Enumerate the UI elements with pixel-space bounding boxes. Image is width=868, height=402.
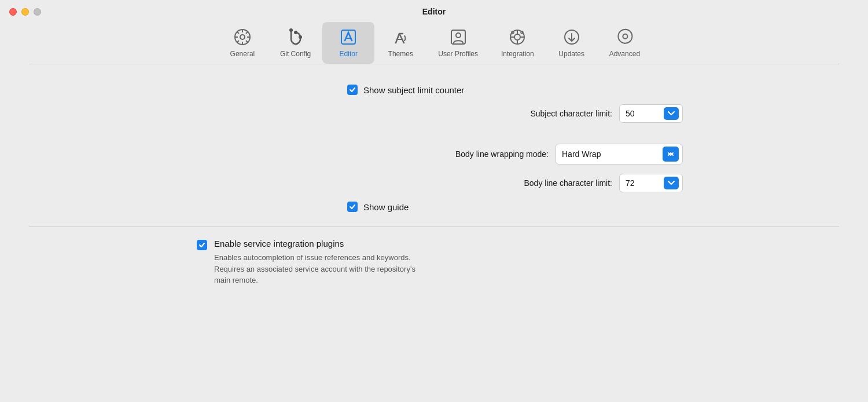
svg-point-27 [618,28,634,44]
editor-settings: Show subject limit counter Subject chara… [185,82,683,215]
show-guide-row: Show guide [185,199,683,215]
general-icon [232,27,253,47]
body-char-limit-select[interactable]: 72 [619,174,683,192]
svg-point-11 [294,31,297,34]
tab-editor-label: Editor [340,50,358,58]
tab-editor[interactable]: Editor [322,22,374,64]
svg-point-12 [299,35,302,39]
tab-updates-label: Updates [558,50,584,58]
tab-advanced[interactable]: Advanced [598,22,652,64]
svg-point-19 [514,34,520,40]
window-title: Editor [422,7,446,16]
svg-point-17 [456,33,461,38]
toolbar: General Git Config Editor [0,16,868,64]
body-char-limit-row: Body line character limit: 72 [185,171,683,195]
tab-git-config-label: Git Config [280,50,311,58]
tab-user-profiles[interactable]: User Profiles [426,22,490,64]
enable-plugins-row: Enable service integration plugins Enabl… [185,239,683,286]
subject-char-limit-value: 50 [626,109,659,118]
show-guide-label: Show guide [363,202,409,212]
svg-point-28 [623,34,628,39]
enable-plugins-label: Enable service integration plugins [214,239,415,248]
body-wrap-mode-row: Body line wrapping mode: Hard Wrap [185,141,683,167]
integration-description: Enables autocompletion of issue referenc… [214,252,415,286]
subject-char-limit-row: Subject character limit: 50 [185,101,683,126]
show-subject-limit-label: Show subject limit counter [363,85,464,95]
svg-point-10 [289,28,293,32]
tab-advanced-label: Advanced [609,50,640,58]
show-subject-limit-checkbox[interactable] [347,85,358,95]
tab-updates[interactable]: Updates [546,22,598,64]
minimize-button[interactable] [21,8,29,16]
body-wrap-mode-stepper-btn[interactable] [663,147,679,162]
enable-plugins-checkbox[interactable] [197,240,207,250]
show-guide-checkbox-row: Show guide [347,202,409,212]
themes-icon [390,27,411,47]
updates-icon [561,27,582,47]
maximize-button[interactable] [34,8,41,16]
tab-themes[interactable]: Themes [374,22,426,64]
integration-settings: Enable service integration plugins Enabl… [185,239,683,286]
svg-line-9 [237,41,239,43]
show-subject-limit-row: Show subject limit counter [185,82,683,98]
close-button[interactable] [9,8,17,16]
svg-line-8 [246,32,248,34]
tab-themes-label: Themes [388,50,413,58]
content-area: Show subject limit counter Subject chara… [0,64,868,402]
tab-general[interactable]: General [216,22,269,64]
body-wrap-mode-label: Body line wrapping mode: [398,149,549,159]
show-guide-checkbox[interactable] [347,202,358,212]
advanced-icon [614,27,635,47]
git-config-icon [285,27,306,47]
body-wrap-mode-value: Hard Wrap [562,149,658,159]
tab-integration[interactable]: Integration [490,22,546,64]
traffic-lights [9,8,41,16]
integration-icon [507,27,528,47]
subject-char-limit-dropdown-btn[interactable] [664,107,679,120]
body-char-limit-dropdown-btn[interactable] [664,177,679,189]
integration-text: Enable service integration plugins Enabl… [214,239,415,286]
section-divider [29,226,839,227]
tab-integration-label: Integration [501,50,534,58]
show-subject-limit-checkbox-row: Show subject limit counter [347,85,464,95]
body-wrap-mode-select[interactable]: Hard Wrap [556,144,683,165]
subject-char-limit-label: Subject character limit: [462,109,612,118]
body-char-limit-label: Body line character limit: [462,178,612,188]
svg-point-1 [240,35,245,39]
tab-user-profiles-label: User Profiles [438,50,478,58]
user-profiles-icon [448,27,469,47]
editor-icon [338,27,359,47]
body-char-limit-value: 72 [626,178,659,188]
svg-line-7 [246,41,248,43]
tab-git-config[interactable]: Git Config [269,22,322,64]
titlebar: Editor [0,0,868,16]
svg-line-6 [237,32,239,34]
subject-char-limit-select[interactable]: 50 [619,104,683,123]
tab-general-label: General [230,50,255,58]
